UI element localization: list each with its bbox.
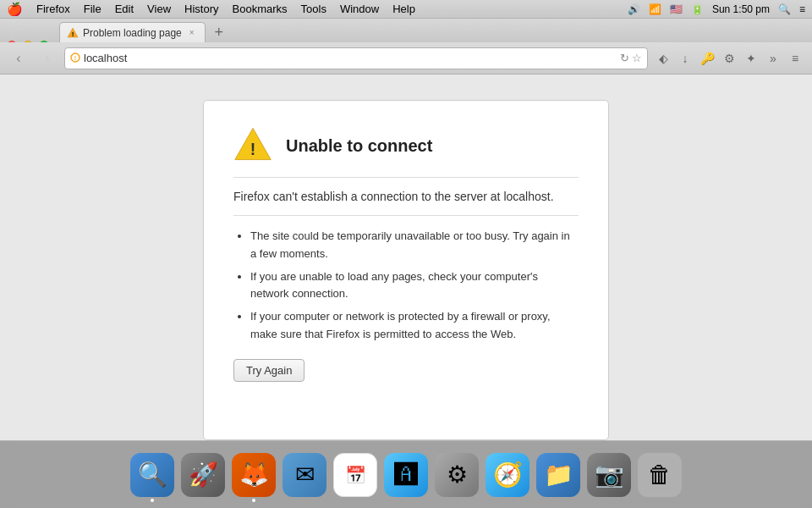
tab-warning-icon: ! (67, 27, 79, 39)
hamburger-menu-icon[interactable]: ≡ (785, 48, 805, 69)
error-bullet-2: If you are unable to load any pages, che… (250, 268, 579, 304)
dock: 🔍 🚀 🦊 ✉ 📅 🅰 ⚙ 🧭 📁 📷 🗑 (0, 440, 812, 508)
puzzle-icon[interactable]: ✦ (741, 48, 761, 69)
apple-menu[interactable]: 🍎 (7, 2, 23, 17)
error-bullet-1: The site could be temporarily unavailabl… (250, 228, 579, 263)
menu-tools[interactable]: Tools (301, 3, 326, 15)
address-bar[interactable]: ! ↻ ☆ (64, 47, 648, 69)
refresh-icon[interactable]: ↻ (620, 52, 629, 64)
toolbar: ‹ › ! ↻ ☆ ⬖ ↓ 🔑 ⚙ ✦ » ≡ (0, 42, 812, 75)
error-bullet-3: If your computer or network is protected… (250, 308, 579, 344)
finder-dot (151, 499, 154, 502)
content-area: ! Unable to connect Firefox can't establ… (0, 75, 812, 440)
menu-window[interactable]: Window (340, 3, 379, 15)
menu-edit[interactable]: Edit (115, 3, 134, 15)
dock-finder[interactable]: 🔍 (130, 453, 174, 497)
svg-text:!: ! (74, 55, 76, 61)
error-header: ! Unable to connect (233, 126, 579, 178)
menu-view[interactable]: View (147, 3, 171, 15)
menu-bookmarks[interactable]: Bookmarks (233, 3, 288, 15)
menubar-search-icon[interactable]: 🔍 (778, 3, 791, 15)
menu-file[interactable]: File (84, 3, 102, 15)
dock-launchpad[interactable]: 🚀 (181, 453, 225, 497)
address-bar-icons: ↻ ☆ (620, 52, 642, 64)
error-bullets: The site could be temporarily unavailabl… (233, 228, 579, 344)
menubar-sound-icon[interactable]: 🔊 (628, 3, 640, 15)
menu-firefox[interactable]: Firefox (36, 3, 70, 15)
menu-history[interactable]: History (184, 3, 218, 15)
warning-triangle-icon: ! (233, 126, 272, 165)
svg-text:!: ! (72, 30, 74, 38)
bookmark-star-icon[interactable]: ☆ (632, 52, 642, 64)
menubar-flag-icon: 🇺🇸 (670, 3, 683, 15)
dock-appstore[interactable]: 🅰 (384, 453, 428, 497)
bookmark-icon[interactable]: ⬖ (653, 48, 673, 69)
url-input[interactable] (84, 52, 617, 64)
tab-bar: ! Problem loading page × + (0, 19, 812, 42)
dock-safari[interactable]: 🧭 (486, 453, 529, 497)
error-subtitle: Firefox can't establish a connection to … (233, 190, 579, 216)
tab-close-button[interactable]: × (186, 27, 198, 39)
try-again-button[interactable]: Try Again (233, 359, 304, 382)
address-favicon: ! (70, 52, 80, 64)
back-button[interactable]: ‹ (7, 47, 30, 70)
key-icon[interactable]: 🔑 (697, 48, 717, 69)
dock-firefox[interactable]: 🦊 (232, 453, 276, 497)
dock-sysprefs[interactable]: ⚙ (435, 453, 479, 497)
error-title: Unable to connect (286, 136, 432, 156)
dock-trash[interactable]: 🗑 (638, 453, 682, 497)
forward-button[interactable]: › (36, 47, 59, 70)
svg-text:!: ! (250, 140, 255, 158)
active-tab[interactable]: ! Problem loading page × (59, 22, 206, 42)
menubar-time: Sun 1:50 pm (712, 3, 770, 15)
gear-icon[interactable]: ⚙ (719, 48, 739, 69)
menubar-wifi-icon[interactable]: 📶 (649, 3, 661, 15)
tab-title: Problem loading page (83, 27, 182, 39)
dock-finder-blue[interactable]: 📁 (536, 453, 580, 497)
overflow-icon[interactable]: » (763, 48, 783, 69)
menubar-battery-icon: 🔋 (691, 3, 704, 15)
menu-help[interactable]: Help (392, 3, 415, 15)
menubar: 🍎 Firefox File Edit View History Bookmar… (0, 0, 812, 19)
toolbar-icons: ⬖ ↓ 🔑 ⚙ ✦ » ≡ (653, 48, 805, 69)
dock-calendar[interactable]: 📅 (333, 453, 377, 497)
browser-window: ! Problem loading page × + ‹ › ! ↻ ☆ (0, 19, 812, 440)
firefox-dot (252, 499, 255, 502)
download-icon[interactable]: ↓ (675, 48, 695, 69)
dock-camera[interactable]: 📷 (587, 453, 631, 497)
error-box: ! Unable to connect Firefox can't establ… (203, 100, 609, 440)
menubar-list-icon[interactable]: ≡ (799, 3, 805, 15)
new-tab-button[interactable]: + (209, 22, 229, 42)
dock-mail[interactable]: ✉ (283, 453, 326, 497)
